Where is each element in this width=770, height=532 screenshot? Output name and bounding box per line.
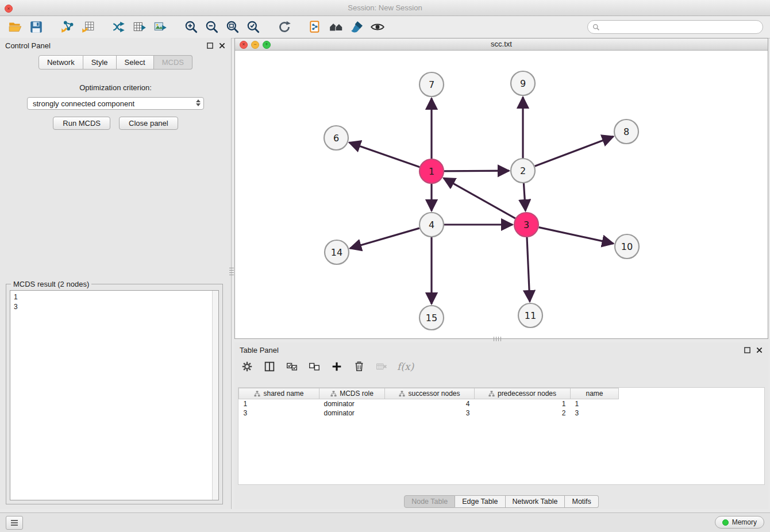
cell-mcds-role[interactable]: dominator — [319, 408, 385, 418]
zoom-fit-icon[interactable] — [224, 18, 241, 36]
table-close-panel-icon[interactable] — [755, 346, 763, 354]
tab-style[interactable]: Style — [83, 55, 117, 70]
mcds-result-item[interactable]: 3 — [14, 302, 215, 312]
cell-successor-nodes[interactable]: 4 — [385, 399, 475, 409]
graph-node-15[interactable]: 15 — [419, 306, 444, 330]
column-header-name[interactable]: name — [571, 388, 619, 399]
graph-node-9[interactable]: 9 — [511, 71, 535, 95]
column-header-shared-name[interactable]: shared name — [239, 388, 319, 399]
import-network-icon[interactable] — [59, 18, 76, 36]
cell-name[interactable]: 1 — [571, 399, 619, 409]
node-table-area: shared name MCDS role successor nodes pr… — [238, 387, 765, 485]
graph-node-4[interactable]: 4 — [419, 213, 444, 237]
graph-node-7[interactable]: 7 — [419, 72, 444, 97]
graph-node-14[interactable]: 14 — [325, 240, 349, 264]
tab-edge-table[interactable]: Edge Table — [455, 495, 505, 508]
node-table: shared name MCDS role successor nodes pr… — [238, 388, 619, 418]
graph-edge-1-6[interactable] — [349, 142, 420, 167]
open-document-icon[interactable] — [307, 18, 324, 36]
close-panel-button[interactable]: Close panel — [119, 117, 178, 130]
graph-node-1[interactable]: 1 — [419, 159, 444, 183]
memory-status-dot — [722, 519, 729, 526]
cell-predecessor-nodes[interactable]: 1 — [475, 399, 571, 409]
show-columns-icon[interactable] — [263, 360, 276, 373]
table-header-row: shared name MCDS role successor nodes pr… — [239, 388, 619, 399]
close-panel-icon[interactable] — [218, 41, 226, 49]
graph-node-2[interactable]: 2 — [511, 159, 535, 183]
import-table-icon[interactable] — [79, 18, 97, 36]
graph-node-8[interactable]: 8 — [614, 119, 638, 144]
home-icon[interactable] — [328, 18, 345, 36]
vertical-splitter-handle[interactable] — [229, 268, 234, 276]
table-row[interactable]: 3 dominator 3 2 3 — [239, 408, 619, 418]
float-panel-icon[interactable] — [206, 41, 214, 49]
tab-network[interactable]: Network — [38, 55, 83, 70]
tab-select[interactable]: Select — [117, 55, 154, 70]
table-row[interactable]: 1 dominator 4 1 1 — [239, 399, 619, 409]
result-scrollbar[interactable] — [212, 291, 218, 500]
cell-shared-name[interactable]: 3 — [239, 408, 319, 418]
column-header-predecessor-nodes[interactable]: predecessor nodes — [475, 388, 571, 399]
apply-style-icon[interactable] — [348, 18, 365, 36]
cell-shared-name[interactable]: 1 — [239, 399, 319, 409]
zoom-out-icon[interactable] — [203, 18, 221, 36]
cell-predecessor-nodes[interactable]: 2 — [475, 408, 571, 418]
horizontal-splitter-handle[interactable] — [494, 337, 502, 341]
graph-node-11[interactable]: 11 — [518, 303, 542, 327]
tab-motifs[interactable]: Motifs — [565, 495, 598, 508]
svg-text:8: 8 — [623, 126, 629, 137]
search-input[interactable] — [603, 22, 758, 32]
delete-row-icon[interactable] — [352, 360, 366, 373]
add-row-icon[interactable] — [330, 360, 344, 373]
search-icon — [592, 24, 600, 31]
network-close-button[interactable]: × — [240, 41, 248, 49]
network-canvas[interactable]: 7968124314101511 — [235, 51, 768, 338]
table-settings-gear-icon[interactable] — [240, 360, 254, 373]
svg-text:3: 3 — [523, 219, 529, 230]
tab-network-table[interactable]: Network Table — [506, 495, 565, 508]
task-history-button[interactable] — [6, 516, 23, 530]
export-table-icon[interactable] — [131, 18, 148, 36]
cell-successor-nodes[interactable]: 3 — [385, 408, 475, 418]
deselect-all-icon[interactable] — [307, 360, 321, 373]
mcds-result-list[interactable]: 1 3 — [10, 290, 219, 500]
open-session-icon[interactable] — [7, 18, 24, 36]
graph-edge-4-14[interactable] — [350, 228, 419, 248]
refresh-icon[interactable] — [276, 18, 293, 36]
graph-edge-1-2[interactable] — [444, 171, 509, 171]
memory-button[interactable]: Memory — [715, 516, 764, 529]
network-minimize-button[interactable]: − — [251, 41, 259, 49]
svg-text:6: 6 — [333, 133, 339, 144]
mcds-result-item[interactable]: 1 — [14, 292, 215, 302]
graph-node-6[interactable]: 6 — [324, 126, 348, 150]
graph-node-10[interactable]: 10 — [615, 234, 639, 259]
cell-name[interactable]: 3 — [571, 408, 619, 418]
export-image-icon[interactable] — [152, 18, 169, 36]
graph-edge-2-8[interactable] — [535, 136, 614, 166]
graph-edge-2-3[interactable] — [523, 183, 525, 211]
tab-node-table[interactable]: Node Table — [404, 495, 455, 508]
svg-text:10: 10 — [621, 241, 633, 252]
graph-node-3[interactable]: 3 — [514, 213, 538, 237]
run-mcds-button[interactable]: Run MCDS — [53, 117, 110, 130]
graph-edge-3-11[interactable] — [527, 237, 530, 302]
table-float-panel-icon[interactable] — [743, 346, 751, 354]
column-header-successor-nodes[interactable]: successor nodes — [385, 388, 475, 399]
tab-mcds[interactable]: MCDS — [154, 55, 192, 70]
select-all-icon[interactable] — [285, 360, 299, 373]
list-icon — [10, 519, 18, 526]
save-session-icon[interactable] — [28, 18, 45, 36]
status-bar: Memory — [0, 512, 770, 532]
column-header-mcds-role[interactable]: MCDS role — [319, 388, 385, 399]
cell-mcds-role[interactable]: dominator — [319, 399, 385, 409]
criterion-select[interactable]: strongly connected component — [27, 97, 204, 110]
window-close-button[interactable]: × — [5, 5, 13, 13]
zoom-selected-icon[interactable] — [245, 18, 262, 36]
graph-edge-3-10[interactable] — [538, 228, 613, 244]
graph-edge-3-1[interactable] — [444, 178, 515, 218]
export-network-icon[interactable] — [110, 18, 128, 36]
show-hide-icon[interactable] — [369, 18, 386, 36]
zoom-in-icon[interactable] — [183, 18, 200, 36]
network-zoom-button[interactable]: + — [263, 41, 271, 49]
select-stepper-icon — [196, 99, 201, 106]
